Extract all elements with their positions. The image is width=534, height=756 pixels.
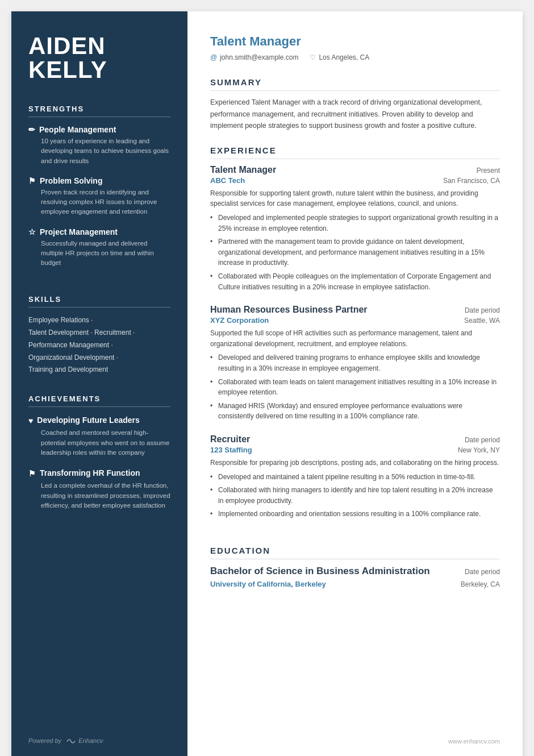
star-icon: ☆	[28, 227, 36, 236]
exp-header-row-2: Human Resources Business Partner Date pe…	[210, 305, 500, 315]
exp-job-title-3: Recruiter	[210, 434, 250, 445]
exp-bullet-1-1: Developed and implemented people strateg…	[210, 213, 500, 234]
skill-item-3: Performance Management ·	[28, 340, 170, 350]
exp-location-2: Seattle, WA	[464, 317, 500, 325]
strength-desc-2: Proven track record in identifying and r…	[28, 188, 170, 217]
exp-desc-1: Responsible for supporting talent growth…	[210, 188, 500, 209]
exp-desc-2: Supported the full scope of HR activitie…	[210, 328, 500, 349]
resume-container: AIDEN KELLY STRENGTHS ✏ People Managemen…	[11, 11, 523, 756]
exp-date-3: Date period	[465, 436, 500, 444]
summary-text: Experienced Talent Manager with a track …	[210, 97, 500, 132]
exp-desc-3: Responsible for preparing job descriptio…	[210, 458, 500, 468]
achievement-item-1: ♥ Developing Future Leaders Coached and …	[28, 415, 170, 458]
achievements-section: ACHIEVEMENTS ♥ Developing Future Leaders…	[28, 394, 170, 521]
exp-date-1: Present	[477, 167, 500, 175]
exp-entry-1: Talent Manager Present ABC Tech San Fran…	[210, 165, 500, 292]
footer-website: www.enhancv.com	[448, 738, 500, 745]
strength-item-1: ✏ People Management 10 years of experien…	[28, 125, 170, 166]
strength-title-3: ☆ Project Management	[28, 227, 170, 236]
exp-date-2: Date period	[465, 306, 500, 314]
main-footer: www.enhancv.com	[210, 726, 500, 745]
exp-company-1: ABC Tech	[210, 176, 245, 185]
edu-school-row: University of California, Berkeley Berke…	[210, 579, 500, 588]
location-contact: ♡ Los Angeles, CA	[310, 53, 369, 61]
main-content: Talent Manager @ john.smith@example.com …	[187, 11, 523, 756]
achievement-desc-2: Led a complete overhaul of the HR functi…	[28, 481, 170, 510]
exp-bullets-2: Developed and delivered training program…	[210, 352, 500, 422]
powered-by-label: Powered by	[28, 737, 61, 744]
exp-location-3: New York, NY	[458, 446, 500, 454]
strength-title-2: ⚑ Problem Solving	[28, 176, 170, 185]
main-header: Talent Manager @ john.smith@example.com …	[210, 34, 500, 61]
strength-item-2: ⚑ Problem Solving Proven track record in…	[28, 176, 170, 217]
exp-bullet-3-3: Implemented onboarding and orientation s…	[210, 509, 500, 520]
exp-header-row-3: Recruiter Date period	[210, 434, 500, 445]
exp-company-row-2: XYZ Corporation Seattle, WA	[210, 316, 500, 325]
exp-company-2: XYZ Corporation	[210, 316, 269, 325]
edu-header-row: Bachelor of Science in Business Administ…	[210, 565, 500, 578]
exp-entry-2: Human Resources Business Partner Date pe…	[210, 305, 500, 422]
exp-company-row-3: 123 Staffing New York, NY	[210, 446, 500, 454]
strength-title-1: ✏ People Management	[28, 125, 170, 134]
achievement-title-1: ♥ Developing Future Leaders	[28, 415, 170, 426]
sidebar-name: AIDEN KELLY	[28, 34, 170, 82]
edu-school-1: University of California, Berkeley	[210, 580, 326, 588]
exp-job-title-2: Human Resources Business Partner	[210, 305, 368, 315]
skill-item-1: Employee Relations ·	[28, 315, 170, 325]
exp-bullet-3-2: Collaborated with hiring managers to ide…	[210, 485, 500, 506]
sidebar: AIDEN KELLY STRENGTHS ✏ People Managemen…	[11, 11, 187, 756]
edu-location-1: Berkeley, CA	[461, 580, 500, 588]
email-icon: @	[210, 53, 217, 61]
email-contact: @ john.smith@example.com	[210, 53, 298, 61]
strengths-title: STRENGTHS	[28, 105, 170, 117]
heart-icon: ♥	[28, 416, 33, 426]
location-icon: ♡	[310, 53, 316, 61]
exp-location-1: San Francisco, CA	[443, 177, 500, 185]
edu-degree-1: Bachelor of Science in Business Administ…	[210, 565, 430, 578]
brand-name: Enhancv	[66, 737, 103, 744]
exp-bullets-1: Developed and implemented people strateg…	[210, 213, 500, 292]
contact-row: @ john.smith@example.com ♡ Los Angeles, …	[210, 53, 500, 61]
education-section: EDUCATION Bachelor of Science in Busines…	[210, 546, 500, 594]
sidebar-footer: Powered by Enhancv	[28, 726, 170, 745]
name-line1: AIDEN	[28, 34, 170, 58]
flag-icon-1: ⚑	[28, 176, 36, 185]
strength-desc-3: Successfully managed and delivered multi…	[28, 239, 170, 268]
edu-date-1: Date period	[465, 568, 500, 576]
exp-bullet-1-2: Partnered with the management team to pr…	[210, 236, 500, 268]
achievements-title: ACHIEVEMENTS	[28, 394, 170, 407]
strengths-section: STRENGTHS ✏ People Management 10 years o…	[28, 105, 170, 278]
exp-bullet-2-3: Managed HRIS (Workday) and ensured emplo…	[210, 401, 500, 422]
pencil-icon: ✏	[28, 125, 35, 134]
job-title: Talent Manager	[210, 34, 500, 49]
exp-company-3: 123 Staffing	[210, 446, 252, 454]
skills-list: Employee Relations · Talent Development …	[28, 315, 170, 375]
experience-section: EXPERIENCE Talent Manager Present ABC Te…	[210, 146, 500, 532]
exp-job-title-1: Talent Manager	[210, 165, 276, 175]
edu-entry-1: Bachelor of Science in Business Administ…	[210, 565, 500, 588]
exp-bullet-3-1: Developed and maintained a talent pipeli…	[210, 472, 500, 483]
strength-item-3: ☆ Project Management Successfully manage…	[28, 227, 170, 268]
exp-bullet-1-3: Collaborated with People colleagues on t…	[210, 271, 500, 292]
achievement-item-2: ⚑ Transforming HR Function Led a complet…	[28, 468, 170, 510]
flag-icon-2: ⚑	[28, 468, 36, 479]
exp-header-row-1: Talent Manager Present	[210, 165, 500, 175]
exp-bullet-2-2: Collaborated with team leads on talent m…	[210, 377, 500, 398]
exp-entry-3: Recruiter Date period 123 Staffing New Y…	[210, 434, 500, 520]
skill-item-5: Training and Development	[28, 365, 170, 375]
summary-title: SUMMARY	[210, 77, 500, 91]
exp-bullets-3: Developed and maintained a talent pipeli…	[210, 472, 500, 520]
skill-item-2: Talent Development · Recruitment ·	[28, 328, 170, 338]
achievement-desc-1: Coached and mentored several high-potent…	[28, 428, 170, 458]
location-text: Los Angeles, CA	[319, 53, 369, 61]
experience-title: EXPERIENCE	[210, 146, 500, 159]
skill-item-4: Organizational Development ·	[28, 353, 170, 363]
education-title: EDUCATION	[210, 546, 500, 559]
strength-desc-1: 10 years of experience in leading and de…	[28, 136, 170, 166]
summary-section: SUMMARY Experienced Talent Manager with …	[210, 77, 500, 132]
exp-bullet-2-1: Developed and delivered training program…	[210, 352, 500, 373]
exp-company-row-1: ABC Tech San Francisco, CA	[210, 176, 500, 185]
name-line2: KELLY	[28, 58, 170, 82]
email-text: john.smith@example.com	[220, 53, 298, 61]
skills-title: SKILLS	[28, 295, 170, 308]
